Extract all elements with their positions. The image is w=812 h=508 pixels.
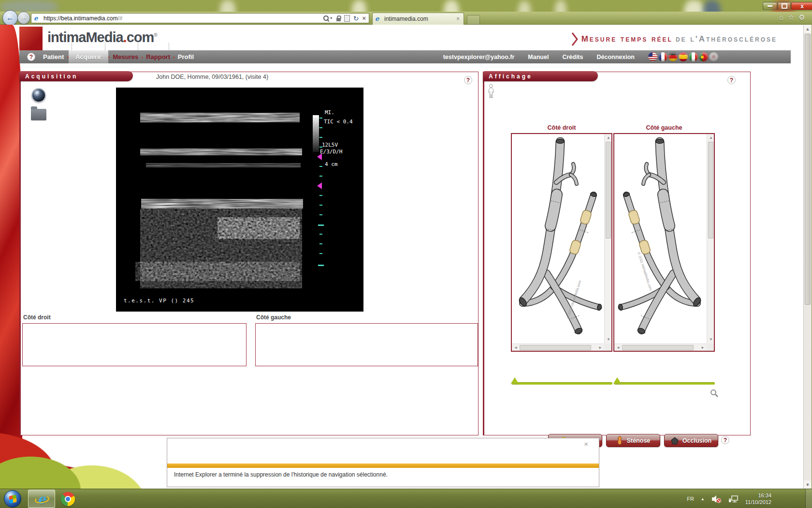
user-email[interactable]: testvpexplorer@yahoo.fr xyxy=(443,54,515,60)
help-icon: ? xyxy=(466,77,470,84)
scroll-right-icon[interactable]: ► xyxy=(598,346,602,350)
flag-fr[interactable] xyxy=(658,52,667,61)
magnifier-icon[interactable] xyxy=(710,389,719,398)
ie-icon: e xyxy=(37,492,45,507)
language-indicator[interactable]: FR xyxy=(687,496,694,502)
vscroll-thumb[interactable] xyxy=(606,142,611,239)
gear-icon: ⚙ xyxy=(799,13,805,21)
flag-us[interactable] xyxy=(648,52,657,61)
occlusion-button[interactable]: Occlusion xyxy=(664,434,718,447)
nav-item-rapport[interactable]: Rapport xyxy=(143,53,173,60)
site-logo[interactable]: intimaMedia.com® xyxy=(47,30,158,45)
clock-time: 16:34 xyxy=(745,492,771,499)
nav-item-profil[interactable]: Profil xyxy=(175,53,197,60)
nav-link-deconnexion[interactable]: Déconnexion xyxy=(597,54,635,60)
hscroll-thumb[interactable] xyxy=(520,345,591,350)
new-tab-button[interactable] xyxy=(467,15,480,25)
nav-help-button[interactable]: ? xyxy=(27,53,35,61)
search-button[interactable]: ▼ xyxy=(323,15,333,21)
close-button[interactable]: x xyxy=(791,2,812,10)
taskbar-ie-button[interactable]: e xyxy=(28,490,55,508)
minimize-button[interactable] xyxy=(763,2,777,10)
page-scrollbar[interactable]: ▲ ▼ xyxy=(803,25,812,489)
page-scroll-down[interactable]: ▼ xyxy=(804,480,812,489)
stenose-button[interactable]: Sténose xyxy=(606,434,660,447)
folder-icon[interactable] xyxy=(31,109,46,120)
acquisition-help-button[interactable]: ? xyxy=(464,76,472,84)
acq-cote-droit-label: Côté droit xyxy=(23,314,51,321)
body-figure-icon[interactable] xyxy=(487,84,495,99)
flag-de[interactable] xyxy=(668,52,678,61)
restore-button[interactable] xyxy=(778,2,791,10)
flag-inactive[interactable] xyxy=(709,52,718,61)
diagram-hscrollbar[interactable]: ◄ ► xyxy=(614,344,707,351)
stenose-label: Sténose xyxy=(627,437,651,444)
diagram-vscrollbar[interactable]: ▲ ▼ xyxy=(604,134,611,344)
affichage-panel: ? Côté droit Côté gauche xyxy=(483,72,751,435)
browser-tab[interactable]: e intimamedia.com × xyxy=(372,13,464,25)
affichage-help-button[interactable]: ? xyxy=(727,76,736,84)
diagram-hscrollbar[interactable]: ◄ ► xyxy=(512,344,604,351)
carotid-diagram-left-side[interactable]: © 2011 intimaMedia.com ▲ ▼ ◄ ► xyxy=(613,133,715,352)
home-button[interactable]: ⌂ xyxy=(779,13,783,22)
cote-droit-listbox[interactable] xyxy=(22,323,246,366)
lock-icon[interactable] xyxy=(336,18,341,21)
volume-muted-icon[interactable] xyxy=(711,495,722,503)
us-overlay-footer: t.e.s.t. VP () 245 xyxy=(124,298,194,304)
forward-button[interactable]: → xyxy=(17,12,30,24)
refresh-button[interactable]: ↻ xyxy=(353,15,359,22)
header-separator xyxy=(169,43,169,50)
slider-thumb[interactable] xyxy=(511,377,519,384)
flag-pt[interactable] xyxy=(699,52,708,61)
nav-item-acquerir[interactable]: Acquérir xyxy=(69,50,108,63)
scroll-left-icon[interactable]: ◄ xyxy=(616,346,620,350)
nav-link-credits[interactable]: Crédits xyxy=(562,54,583,60)
slider-thumb[interactable] xyxy=(613,377,621,384)
nav-item-patient[interactable]: Patient xyxy=(40,53,67,60)
ultrasound-render: MI. TIC < 0.4 12L5V E/3/D/H 4 cm t.e.s.t… xyxy=(116,88,363,312)
flag-es[interactable] xyxy=(679,52,688,61)
page-scroll-up[interactable]: ▲ xyxy=(804,25,812,33)
carotid-diagram-right-side[interactable]: © 2011 intimaMedia.com ▲ ▼ ◄ ► xyxy=(511,133,612,352)
stop-button[interactable]: × xyxy=(362,15,366,22)
us-overlay-preset: E/3/D/H xyxy=(320,149,342,155)
scroll-down-icon[interactable]: ▼ xyxy=(709,338,713,342)
scroll-up-icon[interactable]: ▲ xyxy=(607,136,610,140)
tools-button[interactable]: ⚙ xyxy=(799,13,805,22)
address-bar[interactable]: e https://beta.intimamedia.com/# ▼ ↻ × xyxy=(31,13,369,23)
nav-item-mesures[interactable]: Mesures xyxy=(110,53,142,60)
legend-help-button[interactable]: ? xyxy=(721,436,729,444)
zoom-slider-left-side[interactable] xyxy=(614,382,715,385)
taskbar-clock[interactable]: 16:34 11/10/2012 xyxy=(745,492,771,506)
carotid-tree-svg: © 2011 intimaMedia.com xyxy=(512,134,606,345)
scroll-right-icon[interactable]: ► xyxy=(701,346,705,350)
flag-it[interactable] xyxy=(689,52,698,61)
scroll-down-icon[interactable]: ▼ xyxy=(607,338,610,342)
tab-favicon: e xyxy=(375,15,382,22)
camera-icon[interactable] xyxy=(31,88,46,103)
favorites-button[interactable]: ☆ xyxy=(788,13,794,22)
chevron-down-icon: ▼ xyxy=(330,16,333,20)
hscroll-thumb[interactable] xyxy=(622,345,694,350)
page-scroll-thumb[interactable] xyxy=(805,34,811,305)
taskbar-chrome-button[interactable] xyxy=(61,492,75,506)
cote-gauche-listbox[interactable] xyxy=(255,323,478,366)
tagline-accent: Mesure temps réel xyxy=(581,34,673,44)
show-desktop-button[interactable] xyxy=(805,489,812,508)
vscroll-thumb[interactable] xyxy=(708,142,713,239)
affichage-title: Affichage xyxy=(489,73,533,80)
start-button[interactable] xyxy=(4,490,21,508)
zoom-slider-right-side[interactable] xyxy=(512,382,612,385)
back-button[interactable]: ← xyxy=(2,10,18,26)
header-separator xyxy=(72,43,72,50)
tray-expand-button[interactable]: ▲ xyxy=(701,497,705,501)
nav-link-manuel[interactable]: Manuel xyxy=(528,54,549,60)
tab-close-button[interactable]: × xyxy=(456,15,460,22)
network-icon[interactable] xyxy=(728,495,739,503)
diagram-vscrollbar[interactable]: ▲ ▼ xyxy=(707,134,714,344)
star-icon: ☆ xyxy=(788,13,794,21)
compatibility-view-icon[interactable] xyxy=(344,15,350,22)
scroll-left-icon[interactable]: ◄ xyxy=(514,346,518,350)
notification-close-button[interactable]: × xyxy=(584,440,588,448)
scroll-up-icon[interactable]: ▲ xyxy=(709,136,713,140)
